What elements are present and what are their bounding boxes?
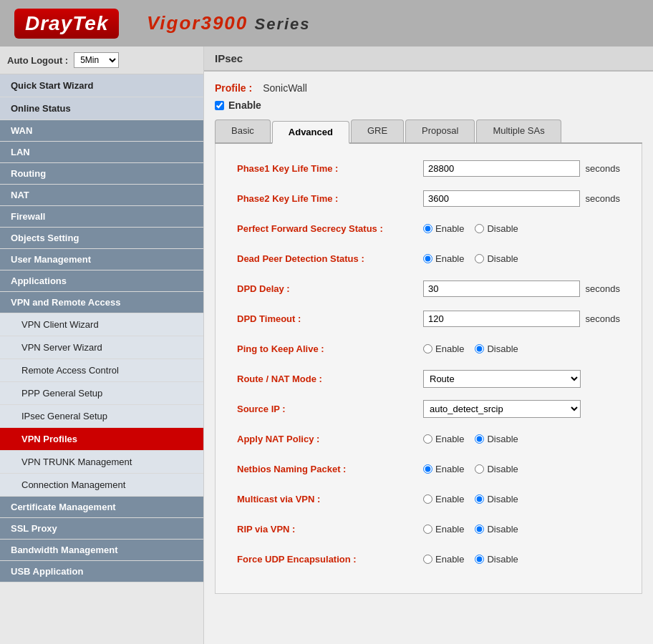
dpd-delay-row: DPD Delay : seconds bbox=[237, 278, 620, 298]
enable-label[interactable]: Enable bbox=[228, 99, 261, 111]
sidebar-item-vpn-client-wizard[interactable]: VPN Client Wizard bbox=[0, 313, 203, 336]
sidebar-item-firewall[interactable]: Firewall bbox=[0, 206, 203, 228]
auto-logout-select[interactable]: 5Min 1Min 10Min 30Min Never bbox=[74, 52, 119, 68]
multicast-row: Multicast via VPN : Enable Disable bbox=[237, 489, 620, 509]
tab-basic[interactable]: Basic bbox=[215, 119, 271, 142]
phase2-key-life-input[interactable] bbox=[423, 190, 580, 207]
multicast-radio-group: Enable Disable bbox=[423, 494, 518, 504]
tab-proposal[interactable]: Proposal bbox=[405, 119, 475, 142]
ping-ka-disable-option[interactable]: Disable bbox=[475, 343, 518, 354]
sidebar-item-certificate-management[interactable]: Certificate Management bbox=[0, 497, 203, 518]
sidebar-item-lan[interactable]: LAN bbox=[0, 142, 203, 163]
dpd-timeout-label: DPD Timeout : bbox=[237, 313, 423, 324]
ping-keep-alive-label: Ping to Keep Alive : bbox=[237, 343, 423, 354]
tab-advanced[interactable]: Advanced bbox=[272, 121, 349, 144]
pfs-enable-radio[interactable] bbox=[423, 224, 432, 233]
dpd-timeout-unit: seconds bbox=[586, 313, 620, 324]
apply-nat-enable-label: Enable bbox=[435, 434, 464, 444]
apply-nat-enable-radio[interactable] bbox=[423, 434, 432, 444]
sidebar-item-bandwidth-management[interactable]: Bandwidth Management bbox=[0, 540, 203, 561]
sidebar-item-wan[interactable]: WAN bbox=[0, 120, 203, 142]
phase2-key-life-unit: seconds bbox=[586, 193, 620, 204]
sidebar-item-objects-setting[interactable]: Objects Setting bbox=[0, 228, 203, 249]
phase1-key-life-input[interactable] bbox=[423, 160, 580, 177]
force-udp-disable-radio[interactable] bbox=[475, 555, 484, 564]
phase1-key-life-unit: seconds bbox=[586, 163, 620, 174]
netbios-disable-option[interactable]: Disable bbox=[475, 464, 518, 474]
pfs-disable-radio[interactable] bbox=[475, 224, 484, 233]
sidebar-item-applications[interactable]: Applications bbox=[0, 270, 203, 292]
ping-ka-enable-radio[interactable] bbox=[423, 344, 432, 353]
sidebar-item-ppp-general-setup[interactable]: PPP General Setup bbox=[0, 382, 203, 405]
pfs-label: Perfect Forward Secrecy Status : bbox=[237, 223, 423, 234]
sidebar-item-usb-application[interactable]: USB Application bbox=[0, 561, 203, 582]
netbios-label: Netbios Naming Packet : bbox=[237, 464, 423, 474]
apply-nat-enable-option[interactable]: Enable bbox=[423, 434, 464, 444]
apply-nat-disable-radio[interactable] bbox=[475, 434, 484, 444]
enable-checkbox[interactable] bbox=[215, 101, 224, 110]
pfs-enable-label: Enable bbox=[435, 223, 464, 234]
dpd-enable-radio[interactable] bbox=[423, 254, 432, 263]
dpd-disable-radio[interactable] bbox=[475, 254, 484, 263]
source-ip-dropdown-row: auto_detect_srcip bbox=[423, 400, 581, 418]
rip-disable-option[interactable]: Disable bbox=[475, 524, 518, 535]
dpd-timeout-row: DPD Timeout : seconds bbox=[237, 308, 620, 328]
sidebar-item-ssl-proxy[interactable]: SSL Proxy bbox=[0, 518, 203, 540]
multicast-disable-radio[interactable] bbox=[475, 494, 484, 504]
draytek-logo: DrayTek bbox=[14, 9, 119, 39]
sidebar-item-routing[interactable]: Routing bbox=[0, 163, 203, 185]
route-nat-select[interactable]: Route NAT bbox=[423, 370, 581, 388]
sidebar-item-online-status[interactable]: Online Status bbox=[0, 97, 203, 120]
force-udp-row: Force UDP Encapsulation : Enable Disable bbox=[237, 549, 620, 569]
pfs-disable-option[interactable]: Disable bbox=[475, 223, 518, 234]
ping-ka-enable-option[interactable]: Enable bbox=[423, 343, 464, 354]
phase2-key-life-label: Phase2 Key Life Time : bbox=[237, 193, 423, 204]
dpd-disable-option[interactable]: Disable bbox=[475, 253, 518, 264]
sidebar-item-vpn-remote[interactable]: VPN and Remote Access bbox=[0, 292, 203, 313]
multicast-label: Multicast via VPN : bbox=[237, 494, 423, 504]
sidebar-item-quick-start[interactable]: Quick Start Wizard bbox=[0, 74, 203, 97]
dpd-delay-input[interactable] bbox=[423, 280, 580, 297]
sidebar-item-user-management[interactable]: User Management bbox=[0, 249, 203, 270]
multicast-enable-option[interactable]: Enable bbox=[423, 494, 464, 504]
netbios-enable-option[interactable]: Enable bbox=[423, 464, 464, 474]
rip-enable-option[interactable]: Enable bbox=[423, 524, 464, 535]
sidebar: Auto Logout : 5Min 1Min 10Min 30Min Neve… bbox=[0, 47, 204, 644]
rip-label: RIP via VPN : bbox=[237, 524, 423, 535]
profile-label: Profile : bbox=[215, 82, 252, 94]
sidebar-item-ipsec-general-setup[interactable]: IPsec General Setup bbox=[0, 405, 203, 428]
force-udp-disable-option[interactable]: Disable bbox=[475, 554, 518, 565]
netbios-enable-radio[interactable] bbox=[423, 464, 432, 474]
sidebar-item-vpn-trunk[interactable]: VPN TRUNK Management bbox=[0, 451, 203, 474]
apply-nat-disable-option[interactable]: Disable bbox=[475, 434, 518, 444]
sidebar-item-vpn-profiles[interactable]: VPN Profiles bbox=[0, 428, 203, 451]
phase1-key-life-row: Phase1 Key Life Time : seconds bbox=[237, 158, 620, 178]
dpd-timeout-input[interactable] bbox=[423, 311, 580, 327]
apply-nat-label: Apply NAT Policy : bbox=[237, 434, 423, 444]
dpd-row: Dead Peer Detection Status : Enable Disa… bbox=[237, 248, 620, 268]
rip-disable-radio[interactable] bbox=[475, 525, 484, 534]
multicast-disable-option[interactable]: Disable bbox=[475, 494, 518, 504]
force-udp-enable-option[interactable]: Enable bbox=[423, 554, 464, 565]
sidebar-item-remote-access-control[interactable]: Remote Access Control bbox=[0, 359, 203, 382]
netbios-radio-group: Enable Disable bbox=[423, 464, 518, 474]
sidebar-item-connection-management[interactable]: Connection Management bbox=[0, 474, 203, 497]
route-nat-dropdown-row: Route NAT bbox=[423, 370, 581, 388]
ping-ka-disable-radio[interactable] bbox=[475, 344, 484, 353]
route-nat-row: Route / NAT Mode : Route NAT bbox=[237, 369, 620, 389]
pfs-enable-option[interactable]: Enable bbox=[423, 223, 464, 234]
sidebar-item-vpn-server-wizard[interactable]: VPN Server Wizard bbox=[0, 336, 203, 359]
tab-gre[interactable]: GRE bbox=[351, 119, 404, 142]
dpd-enable-label: Enable bbox=[435, 253, 464, 264]
ping-ka-enable-label: Enable bbox=[435, 343, 464, 354]
tab-multiple-sas[interactable]: Multiple SAs bbox=[476, 119, 561, 142]
page-title: IPsec bbox=[204, 47, 653, 72]
sidebar-item-nat[interactable]: NAT bbox=[0, 185, 203, 206]
source-ip-select[interactable]: auto_detect_srcip bbox=[423, 400, 581, 418]
multicast-enable-radio[interactable] bbox=[423, 494, 432, 504]
force-udp-enable-radio[interactable] bbox=[423, 555, 432, 564]
netbios-disable-radio[interactable] bbox=[475, 464, 484, 474]
dpd-enable-option[interactable]: Enable bbox=[423, 253, 464, 264]
rip-enable-radio[interactable] bbox=[423, 525, 432, 534]
rip-radio-group: Enable Disable bbox=[423, 524, 518, 535]
